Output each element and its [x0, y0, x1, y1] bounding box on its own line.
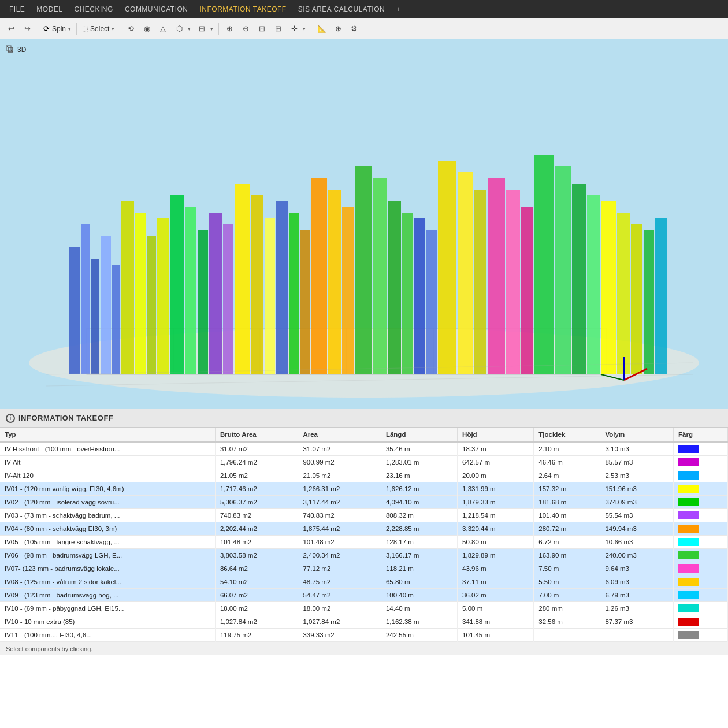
table-cell-5	[534, 629, 600, 642]
col-langd: Längd	[381, 428, 457, 442]
layers-button[interactable]: ⊕	[330, 21, 346, 36]
table-row[interactable]: IV-Alt 12021.05 m221.05 m223.16 m20.00 m…	[0, 469, 728, 482]
viewport-3d[interactable]: 3D	[0, 39, 728, 409]
svg-rect-20	[157, 218, 169, 374]
menu-sis-area[interactable]: SIS AREA CALCULATION	[294, 3, 390, 16]
measure-button[interactable]: 📐	[314, 21, 329, 36]
model-button[interactable]: ⬡	[172, 21, 187, 36]
table-row[interactable]: IV04 - (80 mm - schaktvägg EI30, 3m)2,20…	[0, 522, 728, 536]
table-cell-0: IV09 - (123 mm - badrumsvägg hög, ...	[0, 589, 215, 602]
color-swatch	[678, 591, 699, 599]
table-cell-6: 240.00 m3	[600, 549, 674, 562]
col-typ: Typ	[0, 428, 215, 442]
table-row[interactable]: IV06 - (98 mm - badrumsvägg LGH, E...3,8…	[0, 549, 728, 562]
toolbar-separator-5	[311, 23, 311, 35]
table-cell-0: IV03 - (73 mm - schaktvägg badrum, ...	[0, 509, 215, 522]
table-row[interactable]: IV11 - (100 mm..., EI30, 4,6...119.75 m2…	[0, 629, 728, 642]
table-cell-2: 18.00 m2	[298, 602, 381, 615]
table-cell-6: 87.37 m3	[600, 615, 674, 629]
table-cell-color	[673, 522, 727, 536]
table-cell-6	[600, 629, 674, 642]
menu-checking[interactable]: CHECKING	[70, 3, 118, 16]
fly-button[interactable]: △	[155, 21, 170, 36]
table-row[interactable]: IV09 - (123 mm - badrumsvägg hög, ...66.…	[0, 589, 728, 602]
table-row[interactable]: IV08 - (125 mm - våtrum 2 sidor kakel...…	[0, 575, 728, 589]
toolbar-separator-4	[218, 23, 219, 35]
settings-button[interactable]: ⚙	[347, 21, 362, 36]
table-cell-4: 3,320.44 m	[458, 522, 534, 536]
table-row[interactable]: IV Hissfront - (100 mm - överHissfron...…	[0, 442, 728, 456]
table-cell-1: 31.07 m2	[215, 442, 298, 456]
svg-rect-48	[555, 166, 571, 374]
toolbar-separator-2	[76, 23, 77, 35]
svg-rect-31	[300, 230, 310, 374]
table-body: IV Hissfront - (100 mm - överHissfron...…	[0, 442, 728, 642]
table-row[interactable]: IV03 - (73 mm - schaktvägg badrum, ...74…	[0, 509, 728, 522]
svg-rect-35	[355, 166, 372, 374]
redo-button[interactable]: ↪	[20, 21, 35, 36]
table-cell-0: IV06 - (98 mm - badrumsvägg LGH, E...	[0, 549, 215, 562]
svg-rect-40	[426, 230, 437, 374]
table-cell-1: 119.75 m2	[215, 629, 298, 642]
menu-information-takeoff[interactable]: INFORMATION TAKEOFF	[195, 3, 291, 16]
select-dropdown[interactable]: ⬚ Select ▾	[80, 24, 117, 34]
menu-model[interactable]: MODEL	[32, 3, 67, 16]
table-scroll[interactable]: Typ Brutto Area Area Längd Höjd Tjocklek…	[0, 428, 728, 642]
table-cell-6: 1.26 m3	[600, 602, 674, 615]
table-cell-2: 54.47 m2	[298, 589, 381, 602]
table-cell-0: IV-Alt	[0, 456, 215, 469]
table-cell-6: 9.64 m3	[600, 562, 674, 575]
orbit-button[interactable]: ⟲	[123, 21, 138, 36]
color-swatch	[678, 525, 699, 533]
walk-button[interactable]: ◉	[139, 21, 154, 36]
table-row[interactable]: IV02 - (120 mm - isolerad vägg sovru...5…	[0, 496, 728, 509]
pan-button[interactable]: ✛	[287, 21, 302, 36]
table-cell-4: 36.02 m	[458, 589, 534, 602]
info-icon: i	[6, 414, 15, 423]
zoom-in-button[interactable]: ⊕	[222, 21, 237, 36]
menu-file[interactable]: FILE	[5, 3, 29, 16]
select-label: Select	[89, 25, 110, 33]
table-cell-0: IV04 - (80 mm - schaktvägg EI30, 3m)	[0, 522, 215, 536]
model-chevron-icon: ▾	[188, 26, 191, 32]
col-hojd: Höjd	[458, 428, 534, 442]
table-row[interactable]: IV10 - 10 mm extra (85)1,027.84 m21,027.…	[0, 615, 728, 629]
table-row[interactable]: IV01 - (120 mm vanlig vägg, EI30, 4,6m)1…	[0, 482, 728, 496]
svg-rect-28	[265, 218, 275, 374]
table-cell-4: 50.80 m	[458, 536, 534, 549]
table-cell-3: 1,162.38 m	[381, 615, 457, 629]
spin-dropdown[interactable]: ⟳ Spin ▾	[41, 23, 73, 34]
table-row[interactable]: IV-Alt1,796.24 m2900.99 m21,283.01 m642.…	[0, 456, 728, 469]
svg-rect-13	[81, 224, 90, 374]
section-button[interactable]: ⊟	[194, 21, 209, 36]
undo-button[interactable]: ↩	[3, 21, 18, 36]
menu-add-tab[interactable]: +	[392, 3, 406, 16]
color-swatch	[678, 578, 699, 586]
table-cell-6: 55.54 m3	[600, 509, 674, 522]
zoom-out-button[interactable]: ⊖	[238, 21, 253, 36]
zoom-fit-button[interactable]: ⊡	[254, 21, 269, 36]
table-cell-5: 7.00 m	[534, 589, 600, 602]
table-cell-3: 4,094.10 m	[381, 496, 457, 509]
viewport-3d-label: 3D	[17, 46, 26, 54]
table-cell-6: 6.09 m3	[600, 575, 674, 589]
table-cell-1: 54.10 m2	[215, 575, 298, 589]
svg-rect-23	[198, 230, 208, 374]
svg-rect-21	[170, 195, 184, 374]
table-cell-2: 1,027.84 m2	[298, 615, 381, 629]
table-row[interactable]: IV07- (123 mm - badrumsvägg lokale...86.…	[0, 562, 728, 575]
table-cell-color	[673, 469, 727, 482]
table-row[interactable]: IV05 - (105 mm - längre schaktvägg, ...1…	[0, 536, 728, 549]
zoom-window-button[interactable]: ⊞	[270, 21, 285, 36]
table-cell-2: 1,875.44 m2	[298, 522, 381, 536]
svg-rect-49	[572, 184, 586, 374]
status-message: Select components by clicking.	[6, 645, 92, 652]
color-swatch	[678, 485, 699, 493]
table-cell-2: 48.75 m2	[298, 575, 381, 589]
table-cell-color	[673, 575, 727, 589]
menu-communication[interactable]: COMMUNICATION	[120, 3, 193, 16]
table-cell-4: 1,879.33 m	[458, 496, 534, 509]
table-row[interactable]: IV10 - (69 mm - påbyggnad LGH, EI15...18…	[0, 602, 728, 615]
svg-rect-18	[135, 213, 146, 374]
table-cell-1: 18.00 m2	[215, 602, 298, 615]
